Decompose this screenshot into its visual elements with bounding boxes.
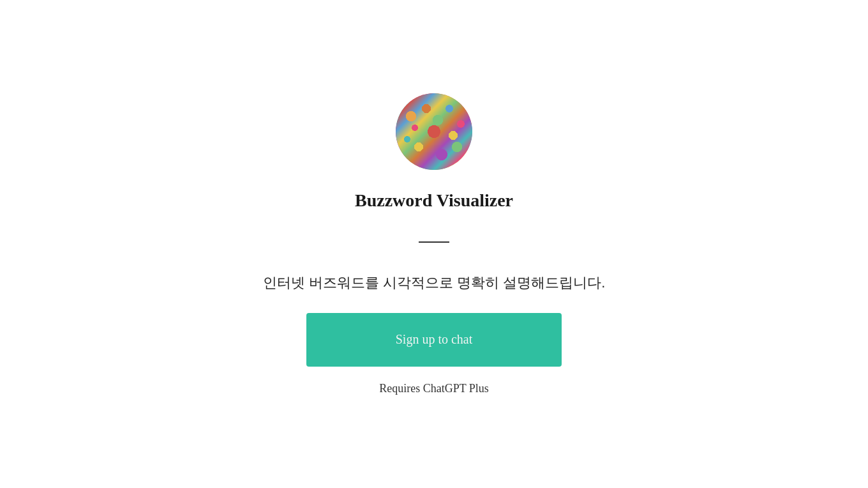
app-description: 인터넷 버즈워드를 시각적으로 명확히 설명해드립니다. — [263, 273, 606, 293]
signup-button[interactable]: Sign up to chat — [306, 313, 562, 367]
requires-label: Requires ChatGPT Plus — [379, 382, 489, 395]
avatar-mosaic-art — [396, 93, 472, 170]
section-divider — [419, 241, 449, 243]
app-avatar — [396, 93, 472, 170]
app-title: Buzzword Visualizer — [355, 190, 513, 211]
app-avatar-container — [396, 93, 472, 170]
page-container: Buzzword Visualizer 인터넷 버즈워드를 시각적으로 명확히 … — [0, 93, 868, 395]
